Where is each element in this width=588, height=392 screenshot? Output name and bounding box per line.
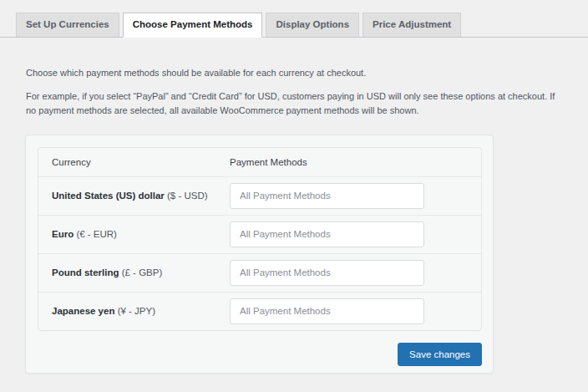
table-row: United States (US) dollar ($ - USD) xyxy=(38,176,481,215)
currency-name-bold: Japanese yen xyxy=(52,306,114,316)
currency-cell: Japanese yen (¥ - JPY) xyxy=(38,292,230,330)
tab-price-adjustment[interactable]: Price Adjustment xyxy=(362,13,461,37)
payment-methods-card: Currency Payment Methods United States (… xyxy=(25,135,494,374)
table-row: Euro (€ - EUR) xyxy=(38,215,481,253)
tab-choose-payment-methods[interactable]: Choose Payment Methods xyxy=(123,13,263,38)
currency-name-detail: (£ - GBP) xyxy=(119,267,163,277)
payment-methods-cell xyxy=(230,215,481,253)
column-header-currency: Currency xyxy=(38,148,230,176)
payment-methods-input[interactable] xyxy=(230,260,424,286)
tab-display-options[interactable]: Display Options xyxy=(266,13,359,37)
currency-payment-table: Currency Payment Methods United States (… xyxy=(38,147,482,331)
column-header-payment-methods: Payment Methods xyxy=(230,148,481,176)
table-row: Japanese yen (¥ - JPY) xyxy=(38,292,481,330)
currency-name-detail: (¥ - JPY) xyxy=(114,306,155,316)
currency-cell: United States (US) dollar ($ - USD) xyxy=(38,176,230,215)
settings-content: Choose which payment methods should be a… xyxy=(0,66,588,374)
currency-name-bold: Euro xyxy=(52,229,74,239)
currency-name-bold: United States (US) dollar xyxy=(52,191,165,201)
currency-cell: Euro (€ - EUR) xyxy=(38,215,230,253)
tab-set-up-currencies[interactable]: Set Up Currencies xyxy=(16,13,119,37)
save-changes-button[interactable]: Save changes xyxy=(398,343,482,366)
payment-methods-input[interactable] xyxy=(230,298,424,324)
tab-bar: Set Up CurrenciesChoose Payment MethodsD… xyxy=(0,0,588,38)
payment-methods-cell xyxy=(230,253,481,292)
currency-cell: Pound sterling (£ - GBP) xyxy=(38,253,230,292)
card-footer: Save changes xyxy=(38,343,482,366)
table-row: Pound sterling (£ - GBP) xyxy=(38,253,481,292)
currency-name-bold: Pound sterling xyxy=(52,267,119,277)
currency-table-body: United States (US) dollar ($ - USD) Euro… xyxy=(38,176,481,330)
currency-name-detail: ($ - USD) xyxy=(165,191,208,201)
payment-methods-cell xyxy=(230,292,481,330)
payment-methods-input[interactable] xyxy=(230,183,424,209)
intro-line-2: For example, if you select “PayPal” and … xyxy=(26,89,563,118)
payment-methods-input[interactable] xyxy=(230,221,424,247)
payment-methods-cell xyxy=(230,176,481,215)
intro-text: Choose which payment methods should be a… xyxy=(25,66,563,118)
currency-name-detail: (€ - EUR) xyxy=(74,229,117,239)
table-header-row: Currency Payment Methods xyxy=(38,148,481,176)
intro-line-1: Choose which payment methods should be a… xyxy=(26,66,563,80)
